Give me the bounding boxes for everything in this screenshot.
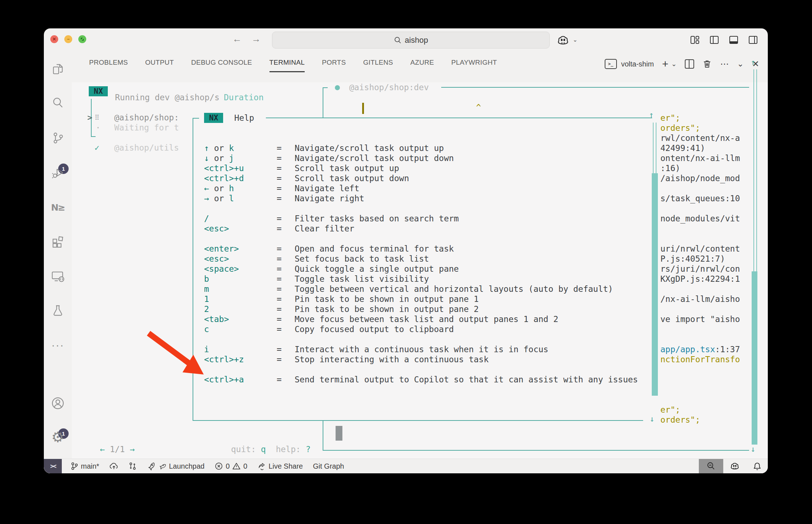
help-key: <enter> — [204, 244, 277, 254]
tab-gitlens[interactable]: GITLENS — [363, 59, 393, 72]
terminal-profile-chevron-icon[interactable]: ⌄ — [671, 61, 677, 67]
nx-console-icon[interactable]: N≥ — [51, 202, 65, 213]
tab-azure[interactable]: AZURE — [410, 59, 434, 72]
settings-gear-icon[interactable]: ⚙ — [51, 429, 64, 445]
notifications-item[interactable] — [746, 462, 768, 471]
hide-panel-chevron-icon[interactable]: ⌄ — [737, 60, 743, 68]
screenshot-canvas: ✕ − ← → aishop — [0, 0, 812, 524]
explorer-icon[interactable] — [51, 63, 65, 78]
run-debug-icon[interactable] — [51, 166, 65, 181]
git-branch-item[interactable]: main* — [70, 462, 99, 470]
command-center-search[interactable]: aishop — [272, 32, 550, 49]
new-terminal-button[interactable]: + — [662, 59, 669, 69]
remote-indicator[interactable]: >< — [44, 459, 62, 473]
quit-label: quit: — [231, 445, 256, 454]
help-key: <ctrl>+a — [204, 374, 277, 385]
warnings-icon — [232, 462, 241, 470]
inner-scrollbar-track[interactable] — [653, 123, 656, 173]
close-window-button[interactable]: ✕ — [50, 35, 58, 43]
toggle-secondary-sidebar-icon[interactable] — [748, 35, 758, 45]
status-bar: >< main* Launchpad 0 0 — [44, 459, 768, 473]
help-row: <ctrl>+d=Scroll task output down — [204, 173, 409, 183]
extensions-icon[interactable] — [51, 234, 65, 249]
accounts-icon[interactable] — [50, 396, 65, 412]
tab-debug-console[interactable]: DEBUG CONSOLE — [191, 59, 252, 72]
task-item-shop[interactable]: @aishop/shop: — [114, 112, 179, 123]
help-row: 2=Pin task to be shown in output pane 2 — [204, 304, 479, 314]
rocket-icon — [147, 461, 156, 471]
forward-arrow-button[interactable]: → — [252, 33, 261, 45]
help-equals: = — [277, 294, 295, 304]
panel-tab-bar: PROBLEMSOUTPUTDEBUG CONSOLETERMINALPORTS… — [89, 59, 497, 72]
help-key: ? — [306, 445, 311, 454]
help-key: → or l — [204, 193, 277, 203]
clipped-output-line: P.js:40521:7) — [660, 254, 725, 264]
tab-terminal[interactable]: TERMINAL — [269, 59, 305, 72]
git-graph-item[interactable]: Git Graph — [313, 462, 344, 470]
more-actions-button[interactable]: ⋯ — [720, 60, 729, 68]
tab-ports[interactable]: PORTS — [322, 59, 346, 72]
help-description: Toggle between vertical and horizontal l… — [295, 284, 613, 294]
help-description: Navigate left — [295, 184, 359, 193]
sync-cloud-icon[interactable] — [109, 462, 119, 470]
output-pane-bottom-border — [323, 450, 749, 451]
customize-layout-icon[interactable] — [689, 35, 700, 45]
clipped-output-line: ve import "aisho — [660, 314, 740, 324]
help-description: Navigate right — [295, 194, 364, 203]
task-item-utils[interactable]: @aishop/utils — [114, 143, 179, 153]
outer-scrollbar-track[interactable] — [753, 69, 757, 271]
remote-explorer-icon[interactable] — [51, 269, 65, 285]
clipped-output-line: 42499:41) — [660, 143, 705, 153]
outer-scrollbar-thumb[interactable] — [752, 271, 757, 445]
pager-prev-icon[interactable]: ← — [100, 445, 105, 454]
copilot-status-item[interactable] — [723, 461, 746, 471]
help-row: ↓ or j=Navigate/scroll task output down — [204, 153, 454, 163]
help-key: <esc> — [204, 224, 277, 234]
live-share-item[interactable]: Live Share — [257, 462, 303, 470]
search-sidebar-icon[interactable] — [51, 96, 65, 111]
copilot-chevron-down-icon[interactable]: ⌄ — [573, 36, 577, 43]
task-pager[interactable]: ← 1/1 → — [100, 444, 135, 454]
kill-terminal-trash-icon[interactable] — [702, 59, 712, 69]
help-description: Open and focus terminal for task — [295, 244, 454, 253]
zoom-indicator[interactable] — [699, 459, 723, 473]
source-control-icon[interactable] — [51, 131, 65, 146]
pager-next-icon[interactable]: → — [130, 445, 135, 454]
task-grip-icon[interactable]: ⠿ — [94, 112, 100, 123]
help-equals: = — [277, 183, 295, 193]
tab-output[interactable]: OUTPUT — [145, 59, 174, 72]
help-description: Filter tasks based on search term — [295, 214, 459, 223]
help-key: 1 — [204, 294, 277, 304]
terminal-instance-name: volta-shim — [621, 60, 654, 68]
compare-changes-icon[interactable] — [129, 462, 137, 470]
inner-scrollbar-thumb[interactable] — [652, 173, 658, 396]
toggle-sidebar-icon[interactable] — [709, 35, 720, 45]
outer-scroll-down-icon[interactable]: ↓ — [751, 445, 755, 454]
testing-beaker-icon[interactable] — [51, 304, 65, 319]
launchpad-item[interactable]: Launchpad — [147, 461, 204, 471]
terminal-instance[interactable]: >_ volta-shim — [605, 59, 654, 69]
terminal-text-cursor — [362, 103, 364, 114]
output-running-dot — [335, 85, 340, 90]
help-equals: = — [277, 304, 295, 314]
help-key: / — [204, 213, 277, 224]
runner-duration-label: Duration — [224, 92, 264, 102]
fullscreen-window-button[interactable] — [78, 35, 86, 43]
copilot-icon[interactable] — [557, 34, 569, 48]
help-key: ↑ or k — [204, 143, 277, 153]
toggle-panel-icon[interactable] — [728, 35, 739, 45]
split-terminal-button[interactable] — [685, 59, 694, 69]
minimize-window-button[interactable]: − — [64, 35, 72, 43]
tab-problems[interactable]: PROBLEMS — [89, 59, 128, 72]
nx-help-badge: NX — [204, 113, 223, 123]
help-key: ← or h — [204, 183, 277, 193]
clipped-output-line: :16) — [660, 163, 680, 173]
inner-scroll-up-icon[interactable]: ↑ — [649, 110, 654, 119]
outer-scroll-up-icon[interactable]: ↑ — [751, 58, 755, 67]
inner-scroll-down-icon[interactable]: ↓ — [650, 414, 654, 423]
problems-item[interactable]: 0 0 — [214, 462, 247, 470]
help-row: m=Toggle between vertical and horizontal… — [204, 284, 613, 294]
additional-views-icon[interactable]: ··· — [51, 339, 64, 351]
tab-playwright[interactable]: PLAYWRIGHT — [451, 59, 497, 72]
back-arrow-button[interactable]: ← — [232, 33, 242, 45]
